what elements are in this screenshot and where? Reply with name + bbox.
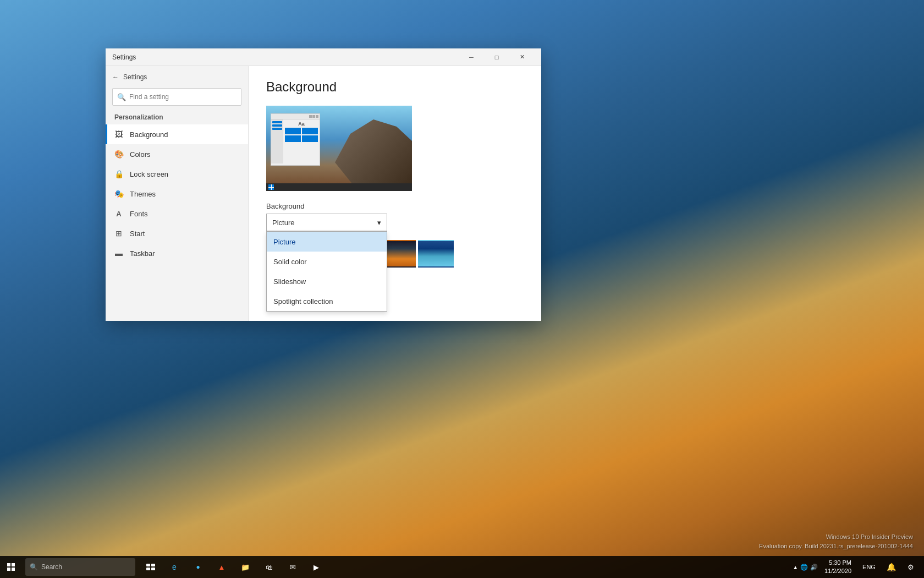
lock-screen-label: Lock screen: [130, 170, 168, 178]
taskbar-search[interactable]: 🔍 Search: [25, 558, 135, 576]
preview-start-cell1: [268, 184, 271, 187]
option-spotlight-label: Spotlight collection: [273, 297, 333, 306]
svg-rect-4: [146, 564, 150, 566]
network-icon[interactable]: 🌐: [800, 564, 808, 571]
volume-icon[interactable]: 🔊: [810, 564, 818, 571]
preview-window: Aa: [271, 113, 320, 166]
preview-win-dot1: [309, 115, 312, 118]
taskbar: 🔍 Search e ● ▲ 📁 🛍 ✉ ▶ ▲ 🌐 🔊 5:3: [0, 556, 924, 578]
brave-button[interactable]: ▲: [211, 556, 233, 578]
colors-label: Colors: [130, 150, 151, 159]
taskbar-search-placeholder: Search: [41, 563, 62, 571]
colors-icon: 🎨: [114, 150, 123, 159]
store-button[interactable]: 🛍: [258, 556, 280, 578]
sidebar-item-fonts[interactable]: A Fonts: [106, 204, 248, 223]
start-label: Start: [130, 230, 145, 238]
settings-cog-button[interactable]: ⚙: [902, 556, 920, 578]
dropdown-option-picture[interactable]: Picture: [267, 232, 387, 252]
file-explorer-button[interactable]: 📁: [234, 556, 256, 578]
preview-start-cell2: [272, 184, 274, 187]
start-button[interactable]: [0, 556, 22, 578]
watermark-line2: Evaluation copy. Build 20231.rs_prerelea…: [759, 542, 913, 552]
option-solid-color-label: Solid color: [273, 258, 307, 266]
settings-label: Settings: [123, 73, 147, 81]
themes-label: Themes: [130, 190, 156, 198]
title-bar: Settings ─ □ ✕: [106, 48, 541, 66]
close-button[interactable]: ✕: [509, 48, 535, 66]
preview-window-titlebar: [271, 114, 320, 119]
preview-start-cell3: [268, 188, 271, 190]
clock-date: 11/2/2020: [824, 567, 851, 575]
taskbar-left: 🔍 Search e ● ▲ 📁 🛍 ✉ ▶: [0, 556, 327, 578]
taskbar-label: Taskbar: [130, 249, 155, 258]
preview-sidebar-item1: [272, 121, 282, 123]
svg-rect-7: [151, 568, 155, 570]
edge-chromium-button[interactable]: ●: [187, 556, 209, 578]
window-body: ← Settings 🔍 Personalization 🖼 Backgroun…: [106, 66, 541, 321]
svg-rect-0: [7, 563, 10, 566]
preview-start-button: [268, 184, 274, 190]
system-tray-icons: ▲ 🌐 🔊: [793, 564, 818, 571]
notification-button[interactable]: 🔔: [882, 556, 900, 578]
window-title: Settings: [112, 53, 459, 61]
sidebar-item-lock-screen[interactable]: 🔒 Lock screen: [106, 164, 248, 184]
sidebar-item-colors[interactable]: 🎨 Colors: [106, 144, 248, 164]
system-clock[interactable]: 5:30 PM 11/2/2020: [820, 559, 856, 576]
background-label: Background: [130, 130, 168, 139]
preview-window-content: Aa: [271, 119, 320, 163]
svg-rect-2: [7, 568, 10, 571]
start-icon: ⊞: [114, 229, 123, 238]
svg-rect-3: [12, 568, 15, 571]
sidebar-item-themes[interactable]: 🎭 Themes: [106, 184, 248, 204]
preview-win-main: Aa: [283, 119, 320, 163]
task-view-button[interactable]: [140, 556, 162, 578]
search-input[interactable]: [129, 93, 237, 101]
preview-sidebar-item2: [272, 124, 282, 127]
preview-tile1: [285, 128, 301, 134]
dropdown-selected-value: Picture: [272, 219, 294, 227]
svg-rect-1: [12, 563, 15, 566]
chevron-down-icon: ▾: [377, 219, 381, 227]
taskbar-icons: e ● ▲ 📁 🛍 ✉ ▶: [140, 556, 327, 578]
dropdown-option-slideshow[interactable]: Slideshow: [267, 271, 387, 291]
preview-win-dot2: [312, 115, 315, 118]
taskbar-search-icon: 🔍: [30, 563, 38, 571]
clock-time: 5:30 PM: [824, 559, 851, 567]
maximize-button[interactable]: □: [484, 48, 509, 66]
background-section-label: Background: [266, 202, 524, 210]
sidebar-item-background[interactable]: 🖼 Background: [106, 124, 248, 144]
back-button[interactable]: ← Settings: [106, 66, 248, 88]
window-controls: ─ □ ✕: [459, 48, 535, 66]
settings-window: Settings ─ □ ✕ ← Settings 🔍 Personalizat…: [106, 48, 541, 321]
sidebar-item-taskbar[interactable]: ▬ Taskbar: [106, 243, 248, 263]
minimize-button[interactable]: ─: [459, 48, 484, 66]
fonts-icon: A: [114, 210, 123, 218]
dropdown-option-solid-color[interactable]: Solid color: [267, 252, 387, 271]
preview-tile2: [302, 128, 318, 134]
sidebar: ← Settings 🔍 Personalization 🖼 Backgroun…: [106, 66, 249, 321]
themes-icon: 🎭: [114, 189, 123, 198]
chevron-tray-icon[interactable]: ▲: [793, 564, 798, 570]
fonts-label: Fonts: [130, 210, 148, 218]
page-title: Background: [266, 79, 524, 95]
svg-rect-5: [151, 564, 155, 566]
mail-button[interactable]: ✉: [282, 556, 304, 578]
preview-tile3: [285, 135, 301, 142]
preview-win-sidebar: [271, 119, 283, 163]
lang-indicator[interactable]: ENG: [858, 556, 880, 578]
preview-tiles: [285, 128, 318, 142]
search-box[interactable]: 🔍: [112, 88, 241, 106]
dropdown-option-spotlight[interactable]: Spotlight collection: [267, 291, 387, 311]
preview-win-dot3: [316, 115, 318, 118]
sidebar-item-start[interactable]: ⊞ Start: [106, 223, 248, 243]
preview-start-cell4: [272, 188, 274, 190]
background-type-dropdown: Picture ▾ Picture Solid color Slideshow: [266, 214, 387, 231]
edge-browser-button[interactable]: e: [163, 556, 185, 578]
background-icon: 🖼: [114, 130, 123, 139]
preview-taskbar: [266, 183, 412, 191]
watermark-line1: Windows 10 Pro Insider Preview: [759, 532, 913, 542]
media-button[interactable]: ▶: [305, 556, 327, 578]
preview-sidebar-item3: [272, 128, 282, 130]
dropdown-trigger[interactable]: Picture ▾: [266, 214, 387, 231]
photo-thumb-5[interactable]: [418, 240, 454, 268]
